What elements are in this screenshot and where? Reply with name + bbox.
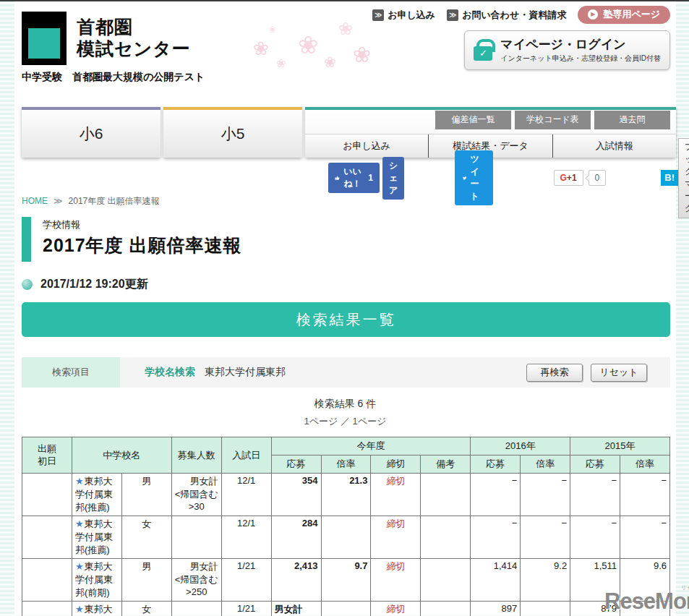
page-title: 2017年度 出願倍率速報: [43, 234, 242, 257]
deviation-list-button[interactable]: 偏差値一覧: [435, 111, 511, 129]
col-2016: 2016年: [471, 437, 570, 455]
contact-link-label: お問い合わせ・資料請求: [462, 9, 566, 22]
cell-capacity: 男女計<帰国含む>30: [171, 474, 221, 516]
site-logo-text[interactable]: 首都圏 模試センター: [77, 12, 191, 65]
contact-link[interactable]: ≫ お問い合わせ・資料請求: [447, 9, 566, 22]
col-first-day: 出願 初日: [22, 437, 72, 474]
like-label: いいね！: [343, 166, 364, 190]
hatena-bookmark-icon[interactable]: B!: [661, 170, 678, 186]
cell-apply-2015: −: [570, 474, 620, 516]
col-note: 備考: [421, 455, 471, 474]
tab-grade6[interactable]: 小6: [22, 107, 161, 158]
tab-exam-info-label: 入試情報: [596, 140, 633, 153]
mypage-login-button[interactable]: ✓ マイページ・ログイン インターネット申込み・志望校登録・会員ID付替: [464, 30, 670, 70]
hatena-bookmark-button[interactable]: ブックマーク: [678, 138, 689, 218]
cell-apply-2015: −: [570, 516, 620, 559]
lock-icon: ✓: [474, 46, 492, 61]
cell-apply-2016: 1,414: [471, 559, 521, 602]
facebook-share-button[interactable]: シェア: [382, 157, 404, 200]
page-title-block: 学校情報 2017年度 出願倍率速報: [22, 217, 676, 262]
update-timestamp: 2017/1/12 19:20更新: [40, 277, 148, 292]
cell-exam-date: 12/1: [221, 516, 271, 559]
cell-school[interactable]: ★東邦大学付属東邦(推薦): [72, 516, 121, 559]
logo-square-icon: [28, 28, 60, 59]
star-icon: ★: [75, 561, 84, 572]
results-table: 出願 初日 中学校名 募集人数 入試日 今年度 2016年 2015年 応募 倍…: [22, 437, 670, 616]
watermark-kana: リセマム: [681, 584, 689, 591]
col-ratio-2015: 倍率: [620, 455, 670, 474]
tab-grade5[interactable]: 小5: [163, 107, 302, 158]
cell-note: [421, 474, 471, 516]
col-apply-2016: 応募: [471, 455, 521, 474]
site-header: 首都圏 模試センター 中学受験 首都圏最大規模の公開テスト ❀ ❀ ❀ ❀ ❀ …: [14, 1, 676, 97]
cell-ratio-2015: −: [620, 474, 670, 516]
cell-note: [421, 516, 471, 559]
cell-school[interactable]: ★東邦大学付属東邦(前期): [72, 602, 121, 616]
research-button[interactable]: 再検索: [526, 364, 583, 382]
bullet-dot-icon: [22, 279, 33, 290]
cell-ratio: [321, 602, 371, 616]
update-row: 2017/1/12 19:20更新: [22, 278, 676, 291]
cell-school[interactable]: ★東邦大学付属東邦(推薦): [72, 474, 121, 516]
logo-line2: 模試センター: [77, 38, 191, 59]
resemom-watermark: リセマム ReseMom.: [604, 589, 689, 615]
col-2015: 2015年: [570, 437, 670, 455]
google-plus-one-button[interactable]: G+1: [554, 170, 583, 186]
star-icon: ★: [75, 476, 84, 487]
result-count: 検索結果 6 件: [14, 398, 676, 409]
col-apply: 応募: [271, 455, 321, 474]
apply-link[interactable]: ≫ お申し込み: [372, 9, 435, 22]
table-row: ★東邦大学付属東邦(前期) 女 1/21 男女計 締切 897 879: [22, 602, 670, 616]
search-results-banner[interactable]: 検索結果一覧: [22, 302, 670, 337]
col-school-name: 中学校名: [72, 437, 171, 474]
cell-capacity: [171, 516, 221, 559]
cell-sex: 女: [121, 516, 171, 559]
col-exam-date: 入試日: [221, 437, 271, 474]
cell-exam-date: 12/1: [221, 474, 271, 516]
cell-note: [421, 559, 471, 602]
table-row: ★東邦大学付属東邦(前期) 男 男女計<帰国含む>250 1/21 2,413 …: [22, 559, 670, 602]
col-this-year: 今年度: [271, 437, 471, 455]
cell-ratio-2016: −: [521, 516, 570, 559]
school-code-button[interactable]: 学校コード表: [515, 111, 591, 129]
cell-deadline: 締切: [371, 602, 421, 616]
cell-first-day: [22, 559, 72, 602]
login-subtitle: インターネット申込み・志望校登録・会員ID付替: [500, 54, 661, 64]
facebook-like-button[interactable]: いいね！ 1: [328, 163, 380, 193]
cell-apply: 男女計: [271, 602, 321, 616]
tab-exam-info[interactable]: 入試情報: [552, 134, 676, 158]
past-exams-button[interactable]: 過去問: [594, 111, 670, 129]
cell-apply: 354: [271, 474, 321, 516]
logo-line1: 首都圏: [77, 16, 191, 38]
cell-ratio: 21.3: [321, 474, 371, 516]
juku-page-button[interactable]: ▶ 塾専用ページ: [578, 6, 670, 24]
cell-school[interactable]: ★東邦大学付属東邦(前期): [72, 559, 121, 602]
cell-ratio-2016: [521, 602, 570, 616]
cell-note: [421, 602, 471, 616]
tab-grade6-label: 小6: [80, 124, 103, 144]
reset-button[interactable]: リセット: [591, 364, 647, 382]
star-icon: ★: [75, 604, 84, 615]
cell-sex: 女: [121, 602, 171, 616]
title-category: 学校情報: [43, 218, 242, 231]
col-capacity: 募集人数: [171, 437, 221, 474]
cell-first-day: [22, 516, 72, 559]
breadcrumb-home-link[interactable]: HOME: [22, 196, 48, 206]
cell-apply-2016: 897: [471, 602, 521, 616]
cell-ratio-2016: 9.2: [521, 559, 570, 602]
cell-apply-2016: −: [471, 516, 521, 559]
col-ratio-2016: 倍率: [521, 455, 570, 474]
cell-apply: 284: [271, 516, 321, 559]
site-logo[interactable]: [22, 12, 67, 65]
tweet-button[interactable]: ツイート: [455, 150, 492, 205]
page-container: 首都圏 模試センター 中学受験 首都圏最大規模の公開テスト ❀ ❀ ❀ ❀ ❀ …: [14, 1, 676, 615]
cell-exam-date: 1/21: [221, 602, 271, 616]
col-ratio: 倍率: [321, 455, 371, 474]
cell-apply-2016: −: [471, 474, 521, 516]
breadcrumb-separator: ≫: [54, 196, 63, 206]
cell-capacity: [171, 602, 221, 616]
breadcrumb: HOME≫2017年度 出願倍率速報: [22, 195, 676, 205]
cell-ratio-2015: −: [620, 516, 670, 559]
tab-application[interactable]: お申し込み: [305, 134, 428, 158]
cell-ratio: 9.7: [321, 559, 371, 602]
